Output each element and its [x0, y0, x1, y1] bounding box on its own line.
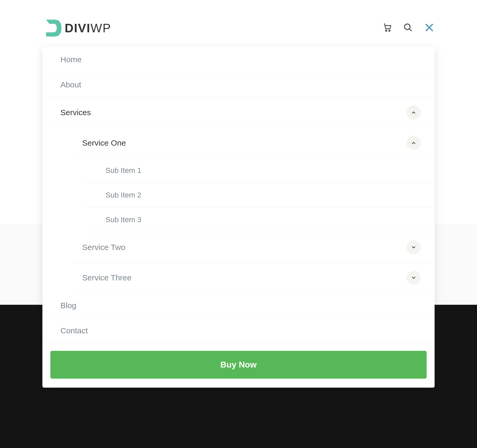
logo-text-divi: DIVI — [65, 21, 90, 35]
menu-item-home[interactable]: Home — [42, 47, 435, 72]
menu-item-sub-2-label: Sub Item 2 — [105, 191, 141, 199]
expand-service-two-button[interactable] — [407, 240, 421, 254]
logo-text: DIVIWP — [65, 21, 111, 35]
logo[interactable]: DIVIWP — [42, 17, 111, 39]
menu-item-blog[interactable]: Blog — [42, 293, 435, 318]
collapse-service-one-button[interactable] — [407, 136, 421, 150]
menu-item-blog-label: Blog — [60, 301, 76, 310]
svg-point-0 — [386, 30, 387, 32]
menu-item-service-one-label: Service One — [82, 138, 126, 147]
expand-service-three-button[interactable] — [407, 271, 421, 285]
menu-item-service-three-label: Service Three — [82, 273, 131, 282]
menu-item-about[interactable]: About — [42, 72, 435, 97]
menu-item-sub-1-label: Sub Item 1 — [105, 166, 141, 175]
chevron-down-icon — [411, 245, 416, 250]
close-icon[interactable] — [424, 22, 435, 34]
svg-line-3 — [409, 29, 412, 31]
svg-point-2 — [405, 24, 410, 30]
logo-icon — [42, 17, 64, 39]
menu-item-contact-label: Contact — [60, 326, 88, 335]
cart-icon[interactable] — [383, 23, 392, 33]
menu-item-about-label: About — [60, 80, 81, 89]
buy-now-button[interactable]: Buy Now — [50, 351, 427, 379]
menu-item-service-two-label: Service Two — [82, 243, 125, 252]
menu-panel: Home About Services Service One — [42, 47, 435, 388]
logo-text-wp: WP — [90, 21, 111, 35]
menu-item-sub-3-label: Sub Item 3 — [105, 216, 141, 224]
menu-item-service-one[interactable]: Service One — [53, 128, 435, 158]
menu-item-services[interactable]: Services — [42, 97, 435, 128]
menu-item-sub-2[interactable]: Sub Item 2 — [64, 183, 435, 207]
chevron-up-icon — [411, 140, 416, 146]
menu-item-service-three[interactable]: Service Three — [53, 263, 435, 293]
menu-item-sub-1[interactable]: Sub Item 1 — [64, 158, 435, 183]
search-icon[interactable] — [403, 23, 413, 33]
chevron-up-icon — [411, 110, 416, 115]
buy-now-label: Buy Now — [220, 360, 257, 369]
svg-point-1 — [389, 30, 390, 32]
chevron-down-icon — [411, 275, 416, 280]
menu-item-services-label: Services — [60, 108, 91, 117]
collapse-services-button[interactable] — [407, 105, 421, 120]
menu-item-service-two[interactable]: Service Two — [53, 232, 435, 262]
menu-item-contact[interactable]: Contact — [42, 318, 435, 343]
menu-item-home-label: Home — [60, 55, 82, 64]
main-container: DIVIWP — [42, 14, 435, 448]
header: DIVIWP — [42, 14, 435, 42]
menu-item-sub-3[interactable]: Sub Item 3 — [64, 208, 435, 232]
header-icons — [383, 22, 435, 34]
